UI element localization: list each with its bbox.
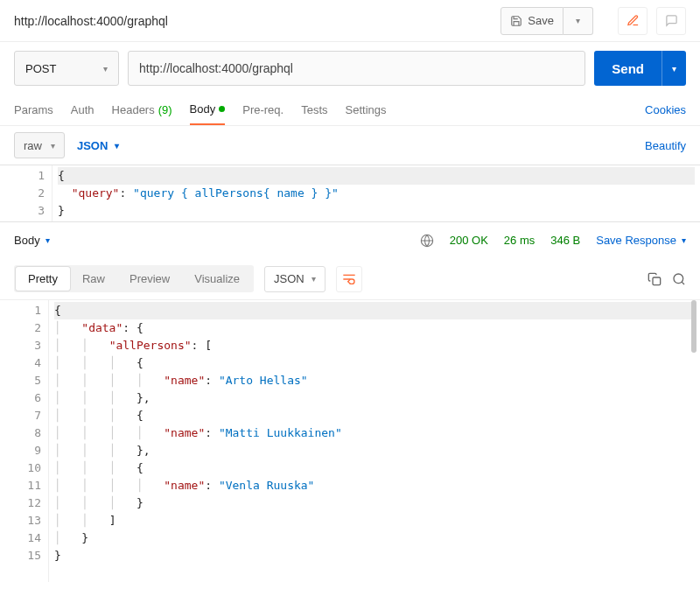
request-body-editor[interactable]: 123 { "query": "query { allPersons{ name…: [0, 165, 700, 221]
pencil-icon: [626, 14, 640, 27]
tab-prereq[interactable]: Pre-req.: [242, 95, 284, 125]
chevron-down-icon: ▾: [115, 141, 119, 151]
body-type-select[interactable]: raw ▾: [14, 132, 65, 158]
wrap-lines-button[interactable]: [336, 266, 362, 292]
resp-tab-raw[interactable]: Raw: [70, 267, 117, 291]
body-subrow: raw ▾ JSON ▾ Beautify: [0, 126, 700, 165]
response-gutter: 123456789101112131415: [0, 300, 49, 582]
response-time: 26 ms: [504, 234, 535, 247]
response-size: 346 B: [550, 234, 580, 247]
chevron-down-icon: ▾: [103, 64, 108, 74]
response-section-label: Body: [14, 234, 40, 247]
request-gutter: 123: [0, 165, 52, 221]
chevron-down-icon: ▾: [51, 141, 55, 151]
response-tabrow: Pretty Raw Preview Visualize JSON ▾: [0, 258, 700, 300]
beautify-link[interactable]: Beautify: [645, 139, 686, 152]
save-button[interactable]: Save: [500, 7, 564, 35]
comment-icon-button[interactable]: [656, 7, 686, 35]
response-body-editor[interactable]: 123456789101112131415 {│ "data": {│ │ "a…: [0, 300, 700, 582]
chevron-down-icon: ▾: [576, 16, 580, 25]
send-dropdown[interactable]: ▾: [662, 51, 686, 86]
response-view-tabs: Pretty Raw Preview Visualize: [14, 265, 254, 292]
request-code[interactable]: { "query": "query { allPersons{ name } }…: [52, 165, 700, 221]
response-section-select[interactable]: Body ▾: [14, 234, 50, 247]
copy-icon[interactable]: [648, 272, 662, 286]
status-dot-icon: [219, 106, 225, 112]
tab-params[interactable]: Params: [14, 95, 53, 125]
tab-auth[interactable]: Auth: [71, 95, 94, 125]
tab-headers[interactable]: Headers (9): [112, 95, 172, 125]
request-header-bar: http://localhost:4000/graphql Save ▾: [0, 0, 700, 42]
search-icon[interactable]: [672, 272, 686, 286]
tab-body[interactable]: Body: [190, 95, 226, 125]
response-format-select[interactable]: JSON ▾: [264, 266, 326, 292]
comment-icon: [665, 14, 678, 27]
request-title: http://localhost:4000/graphql: [14, 14, 492, 28]
resp-tab-pretty[interactable]: Pretty: [16, 267, 70, 291]
svg-point-3: [674, 274, 683, 284]
response-status: 200 OK: [450, 234, 488, 247]
save-icon: [510, 15, 522, 27]
save-response-link[interactable]: Save Response ▾: [596, 234, 686, 247]
response-code[interactable]: {│ "data": {│ │ "allPersons": [│ │ │ {│ …: [49, 300, 700, 582]
send-button-group: Send ▾: [594, 51, 686, 86]
method-value: POST: [25, 62, 56, 75]
svg-line-4: [682, 282, 684, 284]
tab-settings[interactable]: Settings: [346, 95, 387, 125]
tab-headers-label: Headers: [112, 103, 155, 116]
request-tabs: Params Auth Headers (9) Body Pre-req. Te…: [0, 95, 700, 126]
body-format-select[interactable]: JSON ▾: [77, 139, 119, 152]
resp-tab-visualize[interactable]: Visualize: [182, 267, 252, 291]
save-button-group: Save ▾: [500, 7, 593, 35]
tab-tests[interactable]: Tests: [301, 95, 327, 125]
chevron-down-icon: ▾: [682, 235, 686, 245]
scrollbar-indicator[interactable]: [691, 300, 696, 353]
cookies-link[interactable]: Cookies: [645, 103, 686, 116]
wrap-icon: [342, 273, 356, 285]
tab-headers-count: (9): [158, 103, 172, 116]
body-type-value: raw: [24, 139, 42, 152]
save-dropdown[interactable]: ▾: [564, 7, 593, 35]
response-toolbar-right: [648, 272, 686, 286]
body-format-value: JSON: [77, 139, 108, 152]
chevron-down-icon: ▾: [46, 235, 50, 245]
globe-icon[interactable]: [420, 234, 434, 248]
edit-icon-button[interactable]: [618, 7, 648, 35]
svg-rect-2: [653, 277, 661, 285]
response-header: Body ▾ 200 OK 26 ms 346 B Save Response …: [0, 221, 700, 258]
resp-tab-preview[interactable]: Preview: [117, 267, 182, 291]
tab-body-label: Body: [190, 102, 216, 116]
chevron-down-icon: ▾: [672, 64, 676, 74]
save-response-label: Save Response: [596, 234, 676, 247]
url-input[interactable]: [128, 51, 585, 86]
method-select[interactable]: POST ▾: [14, 51, 119, 86]
url-bar: POST ▾ Send ▾: [0, 42, 700, 95]
send-button[interactable]: Send: [594, 51, 662, 86]
chevron-down-icon: ▾: [312, 274, 316, 284]
save-label: Save: [528, 14, 554, 27]
response-format-value: JSON: [274, 272, 304, 285]
